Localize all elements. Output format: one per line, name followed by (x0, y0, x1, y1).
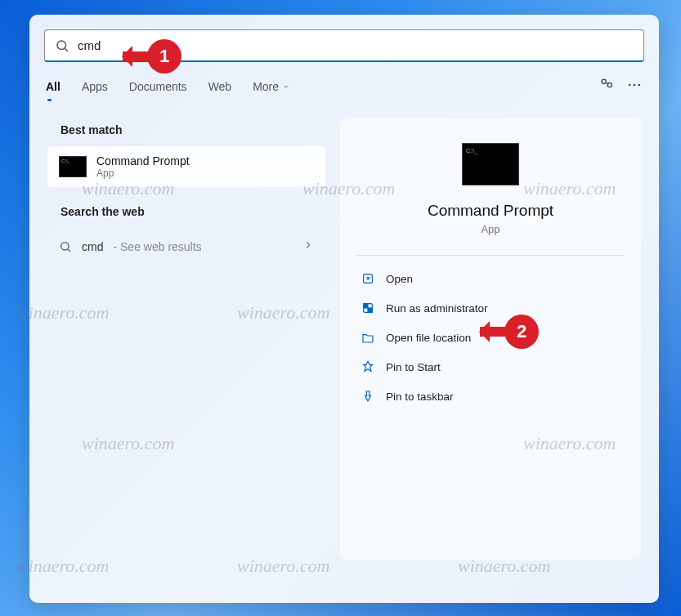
annotation-step-2: 2 (504, 315, 539, 349)
svg-line-1 (65, 48, 67, 51)
results-area: Best match Command Prompt App Search the… (29, 104, 659, 560)
tab-more[interactable]: More (253, 80, 290, 93)
tab-all[interactable]: All (46, 80, 60, 93)
web-search-result[interactable]: cmd - See web results (47, 228, 325, 265)
search-web-heading: Search the web (60, 205, 325, 218)
action-open-label: Open (386, 273, 413, 285)
chevron-down-icon (282, 83, 290, 91)
open-icon (361, 272, 374, 285)
account-sync-icon[interactable] (598, 77, 615, 96)
action-pin-start-label: Pin to Start (386, 361, 441, 373)
svg-point-7 (61, 242, 69, 249)
tab-more-label: More (253, 80, 279, 93)
svg-rect-11 (364, 304, 368, 308)
best-match-title: Command Prompt (96, 154, 190, 167)
preview-pane: Command Prompt App Open Run as administr… (340, 118, 641, 560)
svg-point-4 (629, 84, 631, 87)
action-run-admin-label: Run as administrator (386, 302, 488, 315)
action-pin-taskbar-label: Pin to taskbar (386, 391, 454, 403)
action-file-location-label: Open file location (386, 332, 471, 344)
tab-documents[interactable]: Documents (129, 80, 187, 93)
results-left-column: Best match Command Prompt App Search the… (47, 118, 325, 560)
pin-taskbar-icon (361, 390, 374, 403)
svg-point-0 (57, 41, 66, 50)
web-desc: - See web results (113, 240, 201, 253)
preview-title: Command Prompt (356, 202, 625, 220)
tabs-right-actions (598, 77, 643, 96)
svg-line-8 (68, 249, 70, 252)
svg-point-5 (634, 84, 636, 87)
action-open[interactable]: Open (356, 264, 625, 293)
shield-icon (361, 301, 374, 315)
web-query: cmd (82, 240, 103, 253)
tab-web[interactable]: Web (208, 80, 232, 93)
best-match-result[interactable]: Command Prompt App (47, 146, 325, 187)
svg-rect-12 (368, 308, 372, 312)
best-match-subtitle: App (96, 167, 190, 179)
filter-tabs: All Apps Documents Web More (29, 62, 659, 104)
cmd-icon-large (462, 143, 519, 185)
divider (356, 255, 625, 256)
pin-icon (361, 360, 374, 373)
action-run-admin[interactable]: Run as administrator (356, 293, 625, 323)
best-match-text: Command Prompt App (96, 154, 190, 179)
svg-point-6 (638, 84, 641, 87)
preview-subtitle: App (356, 223, 625, 235)
search-icon (59, 240, 72, 253)
preview-icon-container (356, 143, 625, 185)
best-match-heading: Best match (60, 123, 325, 136)
cmd-icon (59, 156, 87, 177)
search-icon (55, 38, 69, 53)
folder-icon (361, 331, 374, 344)
chevron-right-icon (302, 239, 314, 253)
action-pin-start[interactable]: Pin to Start (356, 352, 625, 382)
annotation-step-1: 1 (147, 39, 181, 74)
tab-apps[interactable]: Apps (82, 80, 108, 93)
more-options-icon[interactable] (626, 77, 643, 96)
action-pin-taskbar[interactable]: Pin to taskbar (356, 382, 625, 411)
svg-point-2 (602, 79, 606, 83)
windows-search-panel: All Apps Documents Web More Best match C… (29, 15, 659, 603)
